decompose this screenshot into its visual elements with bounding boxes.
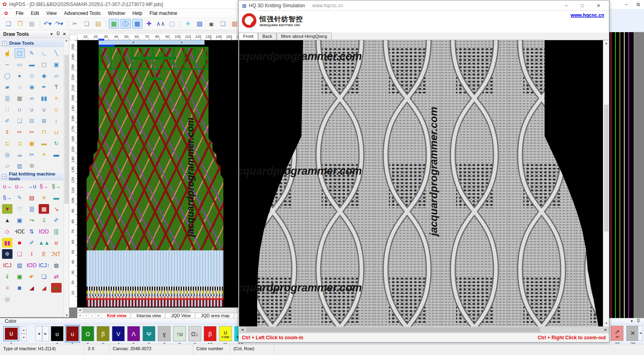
draw-tool-button[interactable]: ✦ (39, 150, 49, 159)
flat-machine-tool-button[interactable]: ↪ (27, 215, 37, 225)
scroll-up-icon[interactable]: ▲ (603, 40, 609, 46)
flat-machine-tool-button[interactable]: →ʊ (27, 182, 37, 191)
menu-item[interactable]: Help (129, 10, 146, 17)
view-tab[interactable]: Knit view (103, 313, 132, 318)
toolbar-button[interactable]: ⓘ (120, 19, 131, 29)
spin-up-icon[interactable]: ▲ (21, 326, 27, 334)
view-tab[interactable]: JQD area map (196, 313, 235, 318)
flat-machine-tool-button[interactable]: ✼ (2, 249, 12, 259)
simulation-tab[interactable]: Front (239, 33, 258, 40)
tab-nav-button[interactable]: » (95, 313, 101, 318)
draw-tool-button[interactable]: ✒ (39, 82, 49, 92)
flat-machine-tool-button[interactable]: ✎ (14, 193, 25, 202)
flat-machine-tool-button[interactable]: ▲ (2, 215, 12, 225)
panel-scrollbar[interactable]: ▲ ▼ (64, 39, 69, 317)
scroll-left-icon[interactable]: ◄ (239, 326, 246, 333)
scroll-left-icon[interactable]: ◄ (77, 308, 83, 313)
scrollbar-thumb[interactable] (604, 105, 609, 231)
flat-machine-tool-button[interactable]: ICJ↑ (39, 260, 49, 270)
draw-tool-button[interactable]: ▣ (27, 138, 37, 148)
flat-machine-tool-button[interactable]: ▣ (14, 215, 25, 225)
draw-tool-button[interactable]: ☁ (14, 150, 25, 159)
menu-app-icon[interactable]: ✿ (2, 10, 11, 16)
draw-tool-button[interactable]: ◯ (2, 71, 12, 80)
draw-tool-button[interactable]: ○ (14, 82, 25, 92)
flat-machine-tool-button[interactable]: ▲▲ (39, 238, 49, 248)
flat-machine-tool-button[interactable]: ⇄ (51, 272, 62, 281)
draw-tool-button[interactable]: ⊟ (27, 116, 37, 126)
panel-collapse-icon[interactable]: ▾ (48, 32, 55, 36)
flat-machine-tool-button[interactable]: ▣ (14, 272, 25, 281)
tab-nav-button[interactable]: › (89, 313, 95, 318)
simulation-hscrollbar[interactable]: ◄ ► (239, 326, 609, 333)
flat-machine-tool-button[interactable]: ↘ (51, 204, 62, 214)
flat-machine-tool-button[interactable]: ICJ (2, 260, 12, 270)
maximize-icon[interactable]: □ (574, 0, 590, 11)
flat-machine-tool-button[interactable]: ≡ (2, 283, 12, 293)
collapse-minus-icon[interactable]: − (2, 41, 7, 45)
flat-machine-tool-button[interactable]: HOD (14, 227, 25, 236)
draw-tool-button[interactable]: ▮▮ (39, 93, 49, 103)
draw-tool-button[interactable]: ▢ (39, 60, 49, 69)
minimize-icon[interactable]: – (625, 2, 628, 7)
flat-machine-tool-button[interactable]: ▼ (2, 204, 12, 214)
draw-tool-button[interactable]: ⇕ (2, 127, 12, 137)
tab-nav-button[interactable]: « (77, 313, 83, 318)
menu-item[interactable]: Edit (27, 10, 43, 17)
group-header-flat-machine-tools[interactable]: − Flat knitting machine tools (0, 172, 63, 180)
draw-tool-button[interactable]: ∟ (39, 48, 49, 58)
flat-machine-tool-button[interactable]: ✐ (51, 215, 62, 225)
flat-machine-tool-button[interactable]: ⇩ (39, 215, 49, 225)
toolbar-button[interactable]: ▦ (109, 19, 119, 29)
draw-tool-button[interactable]: ||| (2, 93, 12, 103)
toolbar-button[interactable]: ❒ (15, 19, 25, 29)
color-panel-collapse-icon[interactable]: ▾ (631, 319, 633, 323)
toolbar-button[interactable]: ↷▾ (54, 19, 64, 29)
menu-item[interactable]: Advanceed Tools (60, 10, 104, 17)
draw-tool-button[interactable]: ◆ (39, 71, 49, 80)
flat-machine-tool-button[interactable]: §→ (2, 193, 12, 202)
draw-tool-button[interactable]: ↻ (51, 138, 62, 148)
flat-machine-tool-button[interactable]: CNT↑ (51, 249, 62, 259)
scrollbar-thumb[interactable] (246, 327, 540, 332)
flat-machine-tool-button[interactable]: ʊ→ (14, 182, 25, 191)
draw-tool-button[interactable]: ▥ (14, 161, 25, 171)
draw-tool-button[interactable]: ∪ (27, 105, 37, 114)
flat-machine-tool-button[interactable]: ◙ (14, 283, 25, 293)
draw-tool-button[interactable]: ☝ (2, 48, 12, 58)
flat-machine-tool-button[interactable]: ▦ (39, 204, 49, 214)
draw-tool-button[interactable]: ◇ (27, 71, 37, 80)
draw-tool-button[interactable]: ∷ (2, 105, 12, 114)
toolbar-button[interactable]: ↶▾ (42, 19, 53, 29)
scroll-down-icon[interactable]: ▼ (603, 320, 609, 326)
toolbar-button[interactable]: ∧∧ (155, 19, 166, 29)
palette-next-icon[interactable]: ► (42, 326, 49, 341)
simulation-viewport[interactable]: jacquardprogrammer.com jacquardprogramme… (239, 40, 603, 326)
toolbar-button[interactable]: ▨ (194, 19, 205, 29)
palette-collapse-button[interactable]: ◄ (638, 326, 643, 341)
draw-tool-button[interactable]: ✐ (2, 116, 12, 126)
menu-item[interactable]: Window (104, 10, 129, 17)
flat-machine-tool-button[interactable]: ◍ (51, 260, 62, 270)
flat-machine-tool-button[interactable]: ✳ (39, 193, 49, 202)
draw-tool-button[interactable]: ▢ (14, 48, 25, 58)
simulation-title-bar[interactable]: ▦ HQ 3D Knitting Simulation www.hqcnc.cn… (239, 0, 609, 11)
flat-machine-tool-button[interactable]: E (39, 249, 49, 259)
draw-tool-button[interactable]: ◎ (2, 150, 12, 159)
toolbar-button[interactable]: ❏ (81, 19, 92, 29)
flat-machine-tool-button[interactable]: ❏ (14, 249, 25, 259)
toolbar-button[interactable]: ✂ (70, 19, 80, 29)
flat-machine-tool-button[interactable]: HOD↑ (39, 227, 49, 236)
flat-machine-tool-button[interactable]: ◎ (2, 294, 12, 304)
current-color-box[interactable]: ʊ (3, 326, 19, 341)
flat-machine-tool-button[interactable]: ⇅ (27, 227, 37, 236)
view-tab[interactable]: Intarsia view (132, 313, 166, 318)
draw-tool-button[interactable]: ∪ (39, 105, 49, 114)
draw-tool-button[interactable]: ⊏ (2, 138, 12, 148)
draw-tool-button[interactable]: ◉ (27, 82, 37, 92)
minimize-icon[interactable]: – (558, 0, 574, 11)
draw-tool-button[interactable]: ▬ (39, 138, 49, 148)
flat-machine-tool-button[interactable]: ◇ (2, 227, 12, 236)
flat-machine-tool-button[interactable]: ʊ→ (2, 182, 12, 191)
toolbar-button[interactable]: ▤ (93, 19, 103, 29)
